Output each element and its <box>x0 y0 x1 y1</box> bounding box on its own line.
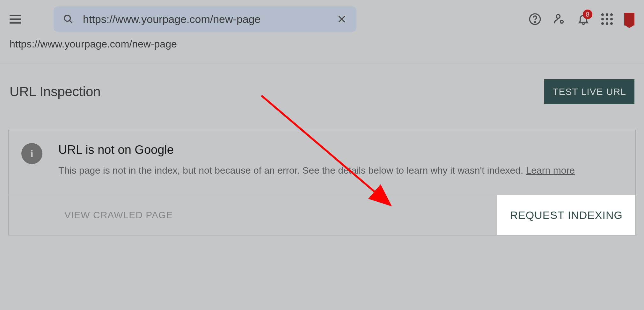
svg-line-1 <box>70 20 72 23</box>
help-icon[interactable] <box>529 13 541 25</box>
view-crawled-page-button[interactable]: VIEW CRAWLED PAGE <box>64 210 173 220</box>
card-heading: URL is not on Google <box>58 143 623 157</box>
request-indexing-button[interactable]: REQUEST INDEXING <box>497 195 635 235</box>
user-settings-icon[interactable] <box>553 13 566 25</box>
svg-point-5 <box>535 22 536 23</box>
search-bar <box>54 6 356 32</box>
svg-point-7 <box>560 20 563 23</box>
card-description: This page is not in the index, but not b… <box>58 164 623 177</box>
svg-point-0 <box>64 15 70 21</box>
page-title: URL Inspection <box>10 84 101 99</box>
learn-more-link[interactable]: Learn more <box>526 165 575 176</box>
breadcrumb-url: https://www.yourpage.com/new-page <box>0 38 644 63</box>
profile-banner-icon[interactable] <box>624 13 634 25</box>
search-icon <box>63 14 73 24</box>
svg-point-6 <box>556 15 560 18</box>
inspection-card: i URL is not on Google This page is not … <box>8 130 636 235</box>
test-live-url-button[interactable]: TEST LIVE URL <box>544 79 634 104</box>
info-icon: i <box>21 143 42 164</box>
close-icon[interactable] <box>337 14 347 24</box>
url-search-input[interactable] <box>83 13 337 25</box>
hamburger-menu-icon[interactable] <box>10 11 25 27</box>
apps-grid-icon[interactable] <box>601 13 613 25</box>
notification-badge: 8 <box>583 10 592 19</box>
notifications-icon[interactable]: 8 <box>577 13 590 25</box>
